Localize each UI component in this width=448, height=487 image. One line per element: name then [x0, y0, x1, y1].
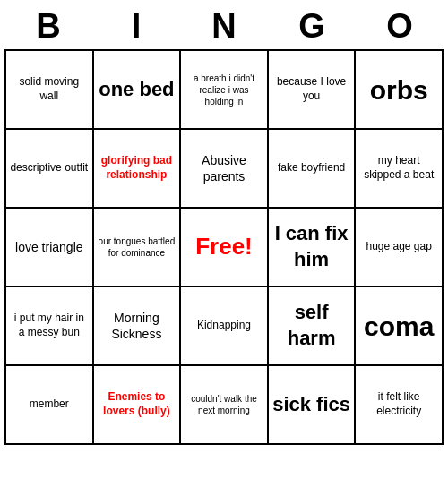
bingo-cell-22: couldn't walk the next morning: [181, 366, 269, 445]
bingo-header: BINGO: [4, 0, 444, 49]
bingo-cell-24: it felt like electricity: [356, 366, 444, 445]
bingo-cell-12: Free!: [181, 209, 269, 287]
bingo-cell-6: glorifying bad relationship: [94, 130, 182, 209]
bingo-cell-14: huge age gap: [356, 209, 444, 287]
bingo-cell-2: a breath i didn't realize i was holding …: [181, 51, 269, 130]
bingo-cell-18: self harm: [269, 287, 357, 366]
bingo-cell-16: Morning Sickness: [94, 287, 182, 366]
bingo-cell-3: because I love you: [269, 51, 357, 130]
bingo-cell-5: descriptive outfit: [6, 130, 94, 209]
header-letter-o: O: [359, 7, 440, 46]
bingo-cell-11: our tongues battled for dominance: [94, 209, 182, 287]
bingo-cell-8: fake boyfriend: [269, 130, 357, 209]
header-letter-g: G: [271, 7, 352, 46]
header-letter-b: B: [8, 7, 89, 46]
bingo-cell-0: solid moving wall: [6, 51, 94, 130]
bingo-cell-1: one bed: [94, 51, 182, 130]
header-letter-n: N: [184, 7, 264, 46]
bingo-cell-21: Enemies to lovers (bully): [94, 366, 182, 445]
bingo-cell-4: orbs: [356, 51, 444, 130]
bingo-cell-20: member: [6, 366, 94, 445]
bingo-cell-7: Abusive parents: [181, 130, 269, 209]
bingo-cell-17: Kidnapping: [181, 287, 269, 366]
bingo-cell-13: I can fix him: [269, 209, 357, 287]
bingo-cell-15: i put my hair in a messy bun: [6, 287, 94, 366]
bingo-cell-10: love triangle: [6, 209, 94, 287]
bingo-cell-9: my heart skipped a beat: [356, 130, 444, 209]
bingo-cell-19: coma: [356, 287, 444, 366]
bingo-cell-23: sick fics: [269, 366, 357, 445]
bingo-grid: solid moving wallone beda breath i didn'…: [4, 49, 444, 445]
header-letter-i: I: [96, 7, 177, 46]
